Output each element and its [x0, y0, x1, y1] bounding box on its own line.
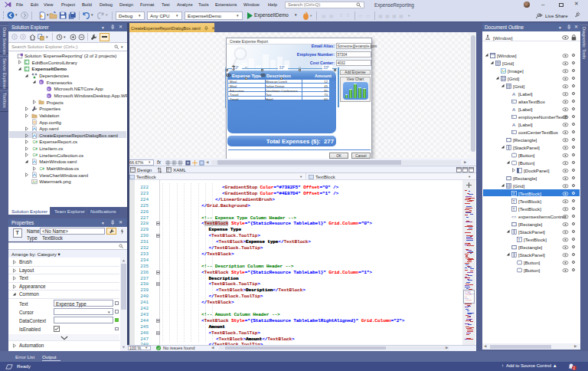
- svg-text:A: A: [512, 122, 516, 127]
- svg-text:C#: C#: [32, 146, 38, 151]
- svg-text:C#: C#: [32, 153, 38, 158]
- svg-text:C#: C#: [32, 140, 38, 144]
- svg-text:T: T: [513, 199, 515, 204]
- svg-text:C: C: [25, 61, 28, 64]
- svg-text:N: N: [47, 87, 50, 91]
- svg-text:A: A: [512, 91, 516, 97]
- svg-text:N: N: [47, 94, 50, 97]
- svg-text:A: A: [512, 107, 516, 112]
- svg-text:C: C: [25, 67, 28, 71]
- svg-text:C#: C#: [40, 166, 45, 171]
- svg-text:T: T: [513, 207, 515, 212]
- svg-text:T: T: [513, 192, 515, 196]
- svg-text:N: N: [40, 80, 42, 84]
- svg-text:T: T: [518, 238, 521, 242]
- svg-text:<>: <>: [511, 215, 516, 219]
